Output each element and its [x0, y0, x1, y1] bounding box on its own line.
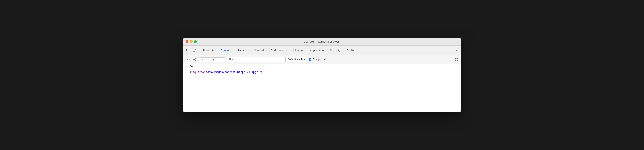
traffic-lights: [186, 40, 197, 43]
inspect-icon[interactable]: [184, 48, 190, 54]
input-prompt: >: [185, 65, 188, 68]
console-line-2: ← <img src="/web/images/content-https-2x…: [183, 70, 461, 76]
tab-audits[interactable]: Audits: [344, 46, 358, 55]
main-toolbar: Elements Console Sources Network Perform…: [183, 46, 461, 55]
clear-console-icon[interactable]: [192, 57, 198, 62]
console-line-1: > $0: [183, 64, 461, 70]
img-tag-open: <img: [190, 71, 196, 74]
toolbar-icons: [184, 48, 198, 54]
tab-console[interactable]: Console: [218, 46, 234, 55]
img-src-quote-open: ": [204, 71, 206, 74]
group-similar-checkbox[interactable]: [308, 58, 312, 61]
group-similar-label[interactable]: Group similar: [308, 58, 328, 61]
img-src-quote-close: ": [256, 71, 258, 74]
svg-rect-1: [195, 50, 196, 51]
device-toggle-icon[interactable]: [191, 48, 198, 54]
tab-memory[interactable]: Memory: [290, 46, 307, 55]
filter-input[interactable]: [227, 57, 284, 62]
maximize-button[interactable]: [194, 40, 197, 43]
more-options-button[interactable]: ⋮: [454, 48, 460, 54]
img-src-link[interactable]: /web/images/content-https-2x.jpg: [206, 71, 256, 74]
console-toolbar: top ▼ Default levels ▾ Group similar: [183, 55, 461, 64]
devtools-window: DevTools - localhost:8080/web/ Elements: [183, 38, 461, 112]
log-levels-button[interactable]: Default levels ▾: [285, 57, 307, 62]
svg-point-6: [456, 59, 457, 60]
img-src-attr: src=: [198, 71, 204, 74]
console-input-prompt: >: [185, 78, 188, 82]
tab-security[interactable]: Security: [327, 46, 344, 55]
tab-bar: Elements Console Sources Network Perform…: [199, 46, 358, 55]
titlebar: DevTools - localhost:8080/web/: [183, 38, 461, 46]
console-input[interactable]: [190, 78, 459, 81]
tab-elements[interactable]: Elements: [199, 46, 218, 55]
execute-script-icon[interactable]: [185, 57, 190, 62]
tab-application[interactable]: Application: [307, 46, 327, 55]
tab-sources[interactable]: Sources: [234, 46, 251, 55]
window-title: DevTools - localhost:8080/web/: [304, 40, 340, 43]
minimize-button[interactable]: [190, 40, 193, 43]
tab-performance[interactable]: Performance: [268, 46, 290, 55]
console-output-value: <img src="/web/images/content-https-2x.j…: [190, 71, 263, 74]
toolbar-end: ⋮: [454, 48, 460, 54]
settings-icon[interactable]: [454, 57, 459, 62]
img-tag-rest: ">: [260, 71, 263, 74]
console-input-line: >: [183, 76, 461, 83]
log-levels-arrow: ▾: [304, 58, 305, 61]
console-value-1: $0: [190, 65, 193, 68]
context-selector-arrow: ▼: [212, 58, 224, 61]
output-arrow: ←: [185, 71, 188, 74]
svg-line-5: [194, 58, 196, 60]
close-button[interactable]: [186, 40, 188, 43]
context-selector[interactable]: top ▼: [199, 57, 225, 62]
console-output: > $0 ← <img src="/web/images/content-htt…: [183, 64, 461, 112]
tab-network[interactable]: Network: [251, 46, 268, 55]
